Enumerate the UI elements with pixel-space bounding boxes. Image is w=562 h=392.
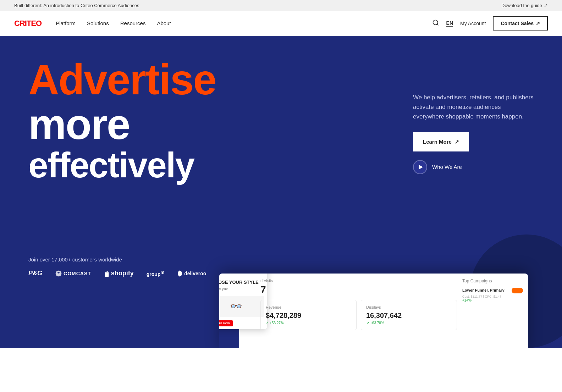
criteo-logo[interactable]: CRITEO [14, 19, 42, 28]
svg-marker-4 [178, 270, 182, 277]
ad-cta-button[interactable]: CREATE NOW [219, 320, 233, 326]
svg-line-1 [437, 24, 438, 25]
campaign-toggle[interactable] [512, 288, 523, 293]
hero-headline: Advertise more effectively [28, 57, 255, 184]
customers-logos: P&G COMCAST shopify groupm deliveroo [28, 270, 206, 277]
hero-description: We help advertisers, retailers, and publ… [413, 93, 534, 122]
shopify-logo: shopify [104, 270, 134, 277]
announcement-bar: Built different: An introduction to Crit… [0, 0, 562, 11]
nav-item-solutions[interactable]: Solutions [87, 20, 109, 26]
comcast-logo: COMCAST [55, 270, 91, 277]
nav-right: EN My Account Contact Sales ↗ [432, 16, 548, 31]
my-account-link[interactable]: My Account [460, 21, 486, 26]
groupm-logo: groupm [147, 270, 164, 277]
hero-section: Advertise more effectively We help adver… [0, 36, 562, 348]
learn-more-button[interactable]: Learn More ↗ [413, 132, 469, 151]
headline-effectively: effectively [28, 147, 255, 184]
displays-change: +63.78% [366, 321, 452, 325]
customers-label: Join over 17,000+ customers worldwide [28, 256, 206, 263]
language-selector[interactable]: EN [446, 20, 453, 27]
play-icon [413, 160, 427, 174]
campaign-meta: Cost: $111.77 | CPC: $1.47 [462, 295, 523, 298]
revenue-value: $4,728,289 [266, 311, 351, 320]
campaign-name: Lower Funnel, Primary [462, 288, 505, 292]
deliveroo-logo: deliveroo [177, 270, 206, 277]
learn-more-arrow-icon: ↗ [454, 139, 459, 145]
headline-advertise: Advertise [28, 57, 255, 102]
revenue-change: +53.27% [266, 321, 351, 325]
metric-cards: Revenue $4,728,289 +53.27% Displays 16,3… [260, 300, 457, 330]
nav-links: Platform Solutions Resources About [56, 20, 432, 26]
visits-label: d Visits [260, 278, 457, 283]
nav-item-platform[interactable]: Platform [56, 20, 76, 26]
revenue-label: Revenue [266, 305, 351, 309]
download-guide-link[interactable]: Download the guide ↗ [501, 3, 548, 8]
download-arrow-icon: ↗ [544, 3, 548, 8]
pg-logo: P&G [28, 270, 42, 277]
displays-label: Displays [366, 305, 452, 309]
campaign-change: +14% [462, 298, 523, 302]
contact-arrow-icon: ↗ [536, 21, 540, 26]
dashboard-main: d Visits 7 Revenue $4,728,289 +53.27% Di… [239, 274, 528, 348]
campaign-item: Lower Funnel, Primary Cost: $111.77 | CP… [462, 288, 523, 302]
announcement-text: Built different: An introduction to Crit… [14, 3, 139, 8]
search-icon[interactable] [432, 19, 439, 28]
campaigns-panel: Top Campaigns Lower Funnel, Primary Cost… [457, 274, 528, 348]
main-nav: CRITEO Platform Solutions Resources Abou… [0, 11, 562, 36]
svg-point-0 [433, 20, 437, 24]
headline-more: more [28, 102, 255, 147]
contact-sales-button[interactable]: Contact Sales ↗ [493, 16, 548, 31]
svg-rect-3 [105, 272, 109, 277]
hero-side-content: We help advertisers, retailers, and publ… [413, 93, 534, 174]
nav-item-about[interactable]: About [157, 20, 171, 26]
who-we-are-button[interactable]: Who We Are [413, 160, 534, 174]
nav-item-resources[interactable]: Resources [120, 20, 146, 26]
campaigns-title: Top Campaigns [462, 278, 523, 283]
dashboard-preview: Ray-Ban GENUINE SINCE 1937 1. CHOOSE YOU… [219, 274, 528, 348]
displays-metric: Displays 16,307,642 +63.78% [361, 300, 457, 330]
revenue-metric: Revenue $4,728,289 +53.27% [260, 300, 357, 330]
displays-value: 16,307,642 [366, 311, 452, 320]
visits-value: 7 [260, 284, 457, 296]
hero-content: Advertise more effectively [28, 57, 255, 184]
customers-section: Join over 17,000+ customers worldwide P&… [28, 256, 206, 277]
